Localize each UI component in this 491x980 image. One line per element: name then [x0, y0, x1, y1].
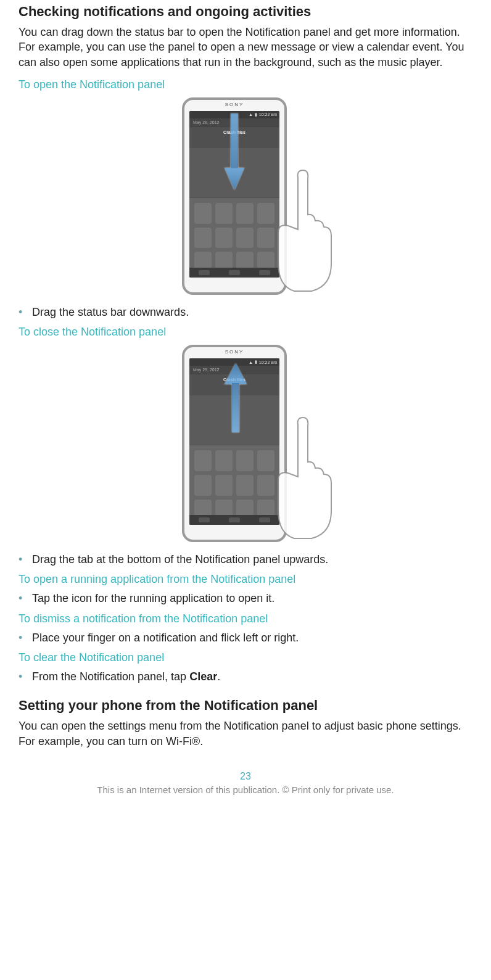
hand-icon — [273, 413, 347, 545]
subheading-open-app: To open a running application from the N… — [19, 573, 472, 586]
subheading-clear: To clear the Notification panel — [19, 651, 472, 664]
phone-illustration-down: SONY ▲▮10:22 am May 29, 2012 Crash files — [182, 97, 287, 295]
bullet-open-app: • Tap the icon for the running applicati… — [19, 591, 472, 606]
section-heading-notifications: Checking notifications and ongoing activ… — [19, 4, 472, 20]
bullet-icon: • — [19, 669, 32, 684]
subheading-open-panel: To open the Notification panel — [19, 78, 472, 91]
bullet-clear: • From the Notification panel, tap Clear… — [19, 669, 472, 684]
phone-illustration-up: SONY ▲▮10:22 am May 29, 2012 Crash files — [182, 345, 287, 542]
section-heading-settings: Setting your phone from the Notification… — [19, 698, 472, 714]
bullet-icon: • — [19, 305, 32, 319]
bullet-text: From the Notification panel, tap Clear. — [32, 669, 220, 684]
bullet-text: Drag the tab at the bottom of the Notifi… — [32, 552, 328, 567]
bullet-icon: • — [19, 630, 32, 645]
bullet-dismiss: • Place your finger on a notification an… — [19, 630, 472, 645]
phone-brand-label: SONY — [184, 347, 284, 355]
phone-brand-label: SONY — [184, 100, 284, 107]
bullet-icon: • — [19, 552, 32, 567]
figure-open-panel: SONY ▲▮10:22 am May 29, 2012 Crash files — [19, 97, 472, 295]
intro-paragraph: You can drag down the status bar to open… — [19, 25, 472, 70]
bullet-drag-up: • Drag the tab at the bottom of the Noti… — [19, 552, 472, 567]
manual-page: Checking notifications and ongoing activ… — [0, 4, 491, 807]
notif-date-row: May 29, 2012 — [189, 366, 279, 374]
subheading-dismiss: To dismiss a notification from the Notif… — [19, 612, 472, 625]
bullet-text: Drag the status bar downwards. — [32, 305, 189, 319]
bullet-icon: • — [19, 591, 32, 606]
hand-icon — [273, 165, 347, 297]
bullet-clear-bold: Clear — [189, 670, 217, 683]
bullet-clear-pre: From the Notification panel, tap — [32, 670, 189, 683]
bullet-text: Place your finger on a notification and … — [32, 630, 299, 645]
page-number: 23 — [19, 771, 472, 782]
figure-close-panel: SONY ▲▮10:22 am May 29, 2012 Crash files — [19, 345, 472, 542]
notif-item-title: Crash files — [193, 377, 276, 382]
bullet-clear-post: . — [217, 670, 220, 683]
status-time: 10:22 am — [259, 112, 277, 117]
status-time: 10:22 am — [259, 360, 277, 364]
bullet-text: Tap the icon for the running application… — [32, 591, 274, 606]
subheading-close-panel: To close the Notification panel — [19, 326, 472, 339]
settings-paragraph: You can open the settings menu from the … — [19, 719, 472, 749]
bullet-drag-down: • Drag the status bar downwards. — [19, 305, 472, 319]
notif-item-title: Crash files — [193, 130, 276, 134]
notif-date-row: May 29, 2012 — [189, 118, 279, 126]
footer-note: This is an Internet version of this publ… — [19, 784, 472, 795]
